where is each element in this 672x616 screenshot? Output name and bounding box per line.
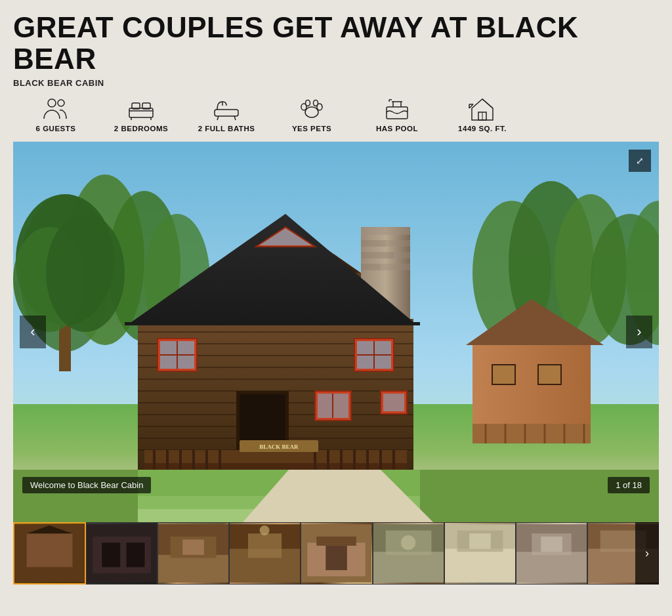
thumbnails-next-button[interactable]: › bbox=[635, 522, 659, 585]
fullscreen-button[interactable]: ⤢ bbox=[629, 150, 651, 172]
amenity-bedrooms: 2 BEDROOMS bbox=[98, 96, 184, 133]
svg-point-15 bbox=[314, 100, 318, 106]
thumbnail-3[interactable] bbox=[158, 522, 229, 585]
svg-point-11 bbox=[305, 107, 318, 117]
paw-icon bbox=[295, 96, 328, 122]
bed-icon bbox=[125, 96, 158, 122]
bedrooms-label: 2 BEDROOMS bbox=[114, 125, 168, 133]
svg-rect-8 bbox=[215, 110, 238, 116]
svg-rect-141 bbox=[317, 537, 357, 546]
svg-point-1 bbox=[58, 100, 64, 106]
svg-rect-58 bbox=[361, 252, 394, 258]
svg-rect-47 bbox=[472, 424, 591, 443]
svg-rect-45 bbox=[492, 365, 515, 384]
svg-rect-46 bbox=[538, 365, 561, 384]
page-subtitle: BLACK BEAR CABIN bbox=[13, 78, 659, 88]
pool-label: HAS POOL bbox=[376, 125, 418, 133]
main-image-container: BLACK BEAR ⤢ ‹ bbox=[13, 142, 659, 522]
guests-label: 6 GUESTS bbox=[36, 125, 76, 133]
svg-rect-137 bbox=[248, 533, 282, 558]
svg-rect-16 bbox=[387, 107, 408, 119]
amenity-guests: 6 GUESTS bbox=[13, 96, 98, 133]
svg-rect-60 bbox=[361, 264, 381, 270]
svg-rect-56 bbox=[361, 240, 386, 247]
image-counter: 1 of 18 bbox=[608, 477, 650, 493]
pool-icon bbox=[381, 96, 413, 122]
svg-rect-117 bbox=[383, 394, 404, 411]
svg-point-14 bbox=[306, 100, 310, 106]
svg-rect-125 bbox=[27, 533, 73, 567]
guests-icon bbox=[39, 96, 72, 122]
svg-rect-61 bbox=[381, 264, 410, 270]
svg-rect-154 bbox=[541, 537, 562, 552]
svg-point-0 bbox=[48, 99, 56, 107]
thumbnails-row: › bbox=[13, 522, 659, 585]
svg-rect-148 bbox=[445, 548, 515, 582]
gallery-prev-button[interactable]: ‹ bbox=[20, 316, 46, 348]
svg-rect-152 bbox=[516, 552, 587, 583]
svg-rect-129 bbox=[102, 543, 120, 567]
amenity-baths: 2 FULL BATHS bbox=[184, 96, 269, 133]
thumbnail-6[interactable] bbox=[373, 522, 444, 585]
amenity-pets: YES PETS bbox=[269, 96, 354, 133]
amenity-pool: HAS POOL bbox=[354, 96, 440, 133]
svg-line-10 bbox=[234, 116, 236, 120]
page-wrapper: GREAT COUPLES GET AWAY AT BLACK BEAR BLA… bbox=[0, 0, 672, 585]
svg-rect-144 bbox=[373, 552, 444, 583]
image-caption: Welcome to Black Bear Cabin bbox=[22, 477, 151, 493]
thumbnail-7[interactable] bbox=[444, 522, 516, 585]
svg-text:BLACK BEAR: BLACK BEAR bbox=[259, 443, 299, 450]
svg-point-40 bbox=[46, 214, 125, 332]
thumbnail-4[interactable] bbox=[229, 522, 301, 585]
svg-point-138 bbox=[260, 525, 270, 535]
svg-rect-142 bbox=[326, 546, 348, 570]
amenity-sqft: 1449 SQ. FT. bbox=[440, 96, 525, 133]
image-gallery: BLACK BEAR ⤢ ‹ bbox=[13, 142, 659, 585]
gallery-next-button[interactable]: › bbox=[626, 316, 652, 348]
svg-rect-2 bbox=[129, 108, 153, 117]
thumbnail-1[interactable] bbox=[13, 522, 86, 585]
svg-marker-81 bbox=[125, 322, 420, 325]
page-title: GREAT COUPLES GET AWAY AT BLACK BEAR bbox=[13, 12, 659, 75]
bath-icon bbox=[210, 96, 243, 122]
svg-rect-130 bbox=[127, 543, 145, 567]
amenities-row: 6 GUESTS 2 BEDROOMS bbox=[13, 96, 659, 133]
sqft-label: 1449 SQ. FT. bbox=[458, 125, 507, 133]
svg-rect-132 bbox=[158, 555, 228, 583]
svg-line-9 bbox=[217, 116, 219, 120]
svg-rect-55 bbox=[361, 227, 410, 235]
svg-rect-134 bbox=[182, 539, 204, 554]
thumbnail-2[interactable] bbox=[86, 522, 158, 585]
thumbnail-8[interactable] bbox=[516, 522, 587, 585]
pets-label: YES PETS bbox=[292, 125, 331, 133]
svg-rect-59 bbox=[394, 252, 410, 258]
house-icon bbox=[466, 96, 499, 122]
baths-label: 2 FULL BATHS bbox=[198, 125, 255, 133]
thumbnail-5[interactable] bbox=[301, 522, 372, 585]
svg-rect-57 bbox=[386, 240, 410, 247]
svg-point-146 bbox=[400, 535, 415, 550]
svg-rect-150 bbox=[469, 533, 491, 548]
